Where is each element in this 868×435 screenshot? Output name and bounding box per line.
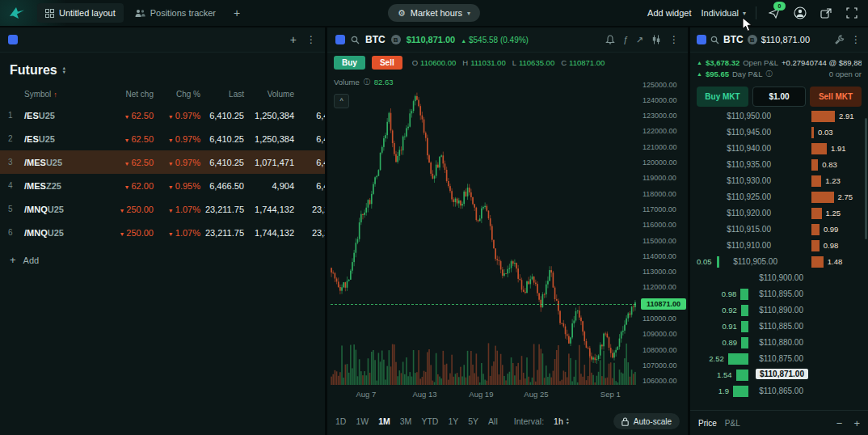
range-button-1w[interactable]: 1W — [356, 416, 369, 426]
ladder-row[interactable]: 2.52$110,875.00 — [690, 351, 868, 367]
footer-pnl-tab[interactable]: P&L — [725, 419, 740, 428]
popout-button[interactable] — [818, 5, 834, 21]
col-symbol[interactable]: Symbol — [24, 90, 51, 99]
time-tick: Aug 25 — [524, 390, 548, 399]
range-button-1d[interactable]: 1D — [335, 416, 346, 426]
watchlist-row[interactable]: 1/ESU25▼62.50▼0.97%6,410.251,250,3846,41… — [0, 103, 325, 127]
ladder-row[interactable]: $110,935.000.83 — [690, 157, 868, 173]
col-net-chg[interactable]: Net chg — [97, 90, 154, 99]
symbol-cell: /ESU25 — [24, 111, 97, 120]
ladder-row[interactable]: $110,920.001.25 — [690, 205, 868, 222]
search-icon[interactable] — [351, 36, 360, 44]
watchlist-row[interactable]: 2/ESU25▼62.50▼0.97%6,410.251,250,3846,41… — [0, 127, 325, 150]
alert-bell-icon[interactable] — [605, 35, 615, 44]
ladder-row[interactable]: 0.92$110,890.00 — [690, 302, 868, 319]
fullscreen-button[interactable] — [844, 5, 860, 21]
bid-bar — [728, 353, 748, 365]
watchlist-row[interactable]: 3/MESU25▼62.50▼0.97%6,410.251,071,4716,4… — [0, 150, 325, 174]
ladder-row[interactable]: 0.05$110,905.001.48 — [690, 254, 868, 270]
watchlist-row[interactable]: 5/MNQU25▼250.00▼1.07%23,211.751,744,1322… — [0, 197, 325, 221]
ladder-row[interactable]: 1.9$110,865.00 — [690, 383, 868, 399]
watchlist-add-button[interactable]: + — [290, 33, 297, 46]
ask-size: 0.99 — [824, 225, 839, 234]
chg-pct-cell: ▼1.07% — [154, 205, 200, 214]
zoom-in-button[interactable]: + — [853, 417, 860, 429]
volume-cell: 1,071,471 — [244, 158, 294, 167]
price-tick: 114000.00 — [643, 252, 676, 260]
quantity-field[interactable]: $1.00 — [752, 87, 806, 107]
tab-positions-tracker[interactable]: Positions tracker — [127, 3, 224, 23]
profile-button[interactable] — [792, 5, 808, 21]
time-axis[interactable]: Aug 7Aug 13Aug 19Aug 25Sep 1 — [331, 390, 636, 403]
ladder-row[interactable]: 0.91$110,885.00 — [690, 319, 868, 335]
range-button-1y[interactable]: 1Y — [448, 416, 458, 426]
ladder-row[interactable]: $110,950.002.91 — [690, 108, 868, 125]
price-chart[interactable] — [331, 74, 636, 385]
add-widget-button[interactable]: Add widget — [647, 8, 691, 18]
footer-price-tab[interactable]: Price — [698, 419, 717, 428]
account-selector[interactable]: Individual ▾ — [702, 8, 747, 18]
watchlist-add-symbol[interactable]: + Add — [0, 244, 325, 276]
add-tab-button[interactable]: + — [227, 6, 246, 19]
watchlist-selector[interactable]: Futures ▴▾ — [10, 63, 315, 78]
price-ladder: $110,950.002.91$110,945.000.03$110,940.0… — [690, 108, 868, 399]
range-button-3m[interactable]: 3M — [400, 416, 412, 426]
dom-symbol[interactable]: BTC — [723, 34, 744, 45]
ask-bar — [811, 192, 834, 203]
chart-type-candles-icon[interactable] — [651, 35, 661, 44]
person-icon — [794, 6, 807, 19]
chg-pct-cell: ▼0.97% — [154, 134, 200, 144]
col-last[interactable]: Last — [200, 90, 244, 99]
zoom-out-button[interactable]: − — [836, 417, 843, 429]
panel-link-icon[interactable] — [335, 35, 345, 44]
app-logo[interactable] — [8, 6, 26, 20]
range-button-ytd[interactable]: YTD — [421, 416, 438, 426]
sell-button[interactable]: Sell — [372, 56, 402, 70]
tab-untitled-layout[interactable]: Untitled layout — [37, 3, 124, 23]
share-button[interactable]: 0 — [766, 5, 782, 21]
down-triangle-icon: ▼ — [168, 208, 174, 213]
chart-symbol[interactable]: BTC — [365, 34, 386, 45]
watchlist-row[interactable]: 4/MESZ25▼62.00▼0.95%6,466.504,9046,466.5… — [0, 174, 325, 197]
watchlist-menu-button[interactable]: ⋮ — [306, 34, 317, 45]
ladder-row[interactable]: 0.98$110,895.00 — [690, 286, 868, 302]
range-button-all[interactable]: All — [488, 416, 498, 426]
buy-mkt-button[interactable]: Buy MKT — [697, 87, 748, 107]
bid-size: 1.54 — [717, 370, 732, 379]
buy-button[interactable]: Buy — [334, 56, 365, 70]
ladder-row[interactable]: $110,930.001.23 — [690, 173, 868, 189]
range-button-5y[interactable]: 5Y — [468, 416, 478, 426]
ladder-row[interactable]: $110,915.000.99 — [690, 222, 868, 238]
col-volume[interactable]: Volume — [244, 90, 294, 99]
functions-icon[interactable]: ƒ — [623, 35, 628, 44]
watchlist-row[interactable]: 6/MNQU25▼250.00▼1.07%23,211.751,744,1322… — [0, 221, 325, 244]
ladder-row[interactable]: $110,910.000.98 — [690, 238, 868, 254]
search-icon[interactable] — [710, 36, 719, 44]
interval-selector[interactable]: 1h ▴▾ — [554, 416, 569, 426]
ladder-row[interactable]: $110,925.002.75 — [690, 189, 868, 205]
ladder-row[interactable]: $110,940.001.91 — [690, 141, 868, 157]
last-cell: 6,410.25 — [200, 134, 244, 144]
compare-icon[interactable]: ↗ — [636, 35, 643, 45]
autoscale-toggle[interactable]: Auto-scale — [613, 413, 680, 429]
col-chg-pct[interactable]: Chg % — [154, 90, 200, 99]
ask-size: 1.91 — [831, 144, 846, 153]
panel-link-icon[interactable] — [8, 35, 18, 44]
panel-link-icon[interactable] — [697, 35, 706, 44]
volume-series — [331, 338, 636, 385]
last-cell: 23,211.75 — [200, 228, 244, 238]
scrollbar-thumb[interactable] — [865, 118, 867, 239]
volume-cell: 1,250,384 — [244, 134, 294, 144]
ladder-row[interactable]: $110,945.000.03 — [690, 125, 868, 141]
ladder-row[interactable]: $110,900.00 — [690, 270, 868, 286]
wrench-icon[interactable] — [835, 35, 845, 44]
dom-menu-button[interactable]: ⋮ — [851, 34, 862, 45]
chart-menu-button[interactable]: ⋮ — [669, 34, 680, 45]
price-axis[interactable]: 125000.00124000.00123000.00122000.001210… — [638, 74, 688, 390]
market-hours-button[interactable]: ⚙ Market hours ▾ — [388, 4, 480, 22]
watchlist-rows: 1/ESU25▼62.50▼0.97%6,410.251,250,3846,41… — [0, 103, 325, 244]
sell-mkt-button[interactable]: Sell MKT — [810, 87, 862, 107]
ladder-row[interactable]: 1.54$110,871.00 — [690, 367, 868, 383]
ladder-row[interactable]: 0.89$110,880.00 — [690, 335, 868, 351]
range-button-1m[interactable]: 1M — [378, 416, 390, 426]
